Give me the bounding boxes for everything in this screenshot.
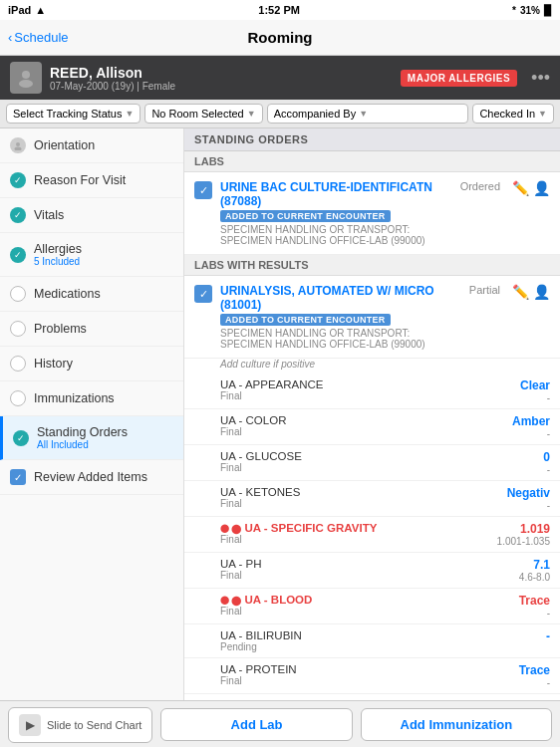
result-value: Trace: [470, 663, 550, 677]
table-row: UA - PROTEINFinalTrace-: [184, 658, 560, 694]
more-button[interactable]: •••: [531, 68, 550, 89]
table-row: UA - PHFinal7.14.6-8.0: [184, 553, 560, 589]
result-name: UA - APPEARANCE: [220, 378, 470, 390]
person-icon-urinalysis[interactable]: 👤: [533, 284, 550, 300]
result-status: Final: [220, 675, 470, 686]
checked-in-dropdown[interactable]: Checked In ▼: [472, 104, 554, 124]
back-label: Schedule: [14, 30, 68, 45]
sidebar-item-problems[interactable]: Problems: [0, 312, 183, 347]
result-name: UA - PH: [220, 558, 470, 570]
back-button[interactable]: ‹ Schedule: [8, 30, 69, 45]
sidebar-item-history[interactable]: History: [0, 347, 183, 381]
reason-label: Reason For Visit: [34, 173, 126, 187]
tracking-status-chevron: ▼: [125, 109, 134, 119]
sidebar-item-allergies[interactable]: ✓ Allergies 5 Included: [0, 233, 183, 277]
table-row: UA - APPEARANCEFinalClear-: [184, 374, 560, 409]
lab-content-urinalysis: URINALYSIS, AUTOMATED W/ MICRO (81001) A…: [220, 284, 453, 350]
checked-in-label: Checked In: [479, 108, 535, 120]
svg-point-0: [22, 71, 30, 79]
result-name: UA - GLUCOSE: [220, 450, 470, 462]
send-chart-button[interactable]: ▶ Slide to Send Chart: [8, 707, 152, 743]
lab-order-urinalysis: ✓ URINALYSIS, AUTOMATED W/ MICRO (81001)…: [184, 276, 560, 359]
problems-icon: [10, 321, 26, 337]
sidebar-item-reason[interactable]: ✓ Reason For Visit: [0, 163, 183, 198]
add-immunization-button[interactable]: Add Immunization: [361, 708, 552, 741]
ipad-label: iPad: [8, 4, 31, 16]
back-chevron-icon: ‹: [8, 30, 12, 45]
table-row: UA - COLORFinalAmber-: [184, 409, 560, 445]
tracking-bar: Select Tracking Status ▼ No Room Selecte…: [0, 100, 560, 128]
person-icon-urine-bac[interactable]: 👤: [533, 180, 550, 196]
sidebar-item-standing-orders[interactable]: ✓ Standing Orders All Included: [0, 416, 183, 460]
add-lab-button[interactable]: Add Lab: [160, 708, 352, 741]
table-row: ⬤ UA - SPECIFIC GRAVITYFinal1.0191.001-1…: [184, 517, 560, 553]
vitals-icon: ✓: [10, 207, 26, 223]
result-status: Final: [220, 570, 470, 581]
table-row: UA - KETONESFinalNegativ-: [184, 481, 560, 517]
sidebar-item-orientation[interactable]: Orientation: [0, 128, 183, 163]
bottom-bar: ▶ Slide to Send Chart Add Lab Add Immuni…: [0, 700, 560, 747]
allergies-label: Allergies: [34, 242, 82, 256]
patient-dob: 07-May-2000 (19y) | Female: [50, 81, 175, 92]
sidebar-item-immunizations[interactable]: Immunizations: [0, 381, 183, 416]
patient-info: REED, Allison 07-May-2000 (19y) | Female: [10, 62, 175, 94]
allergies-sub-label: 5 Included: [34, 256, 82, 267]
result-status: Final: [220, 498, 470, 509]
lab-added-badge-urine-bac: ADDED TO CURRENT ENCOUNTER: [220, 210, 391, 222]
patient-details: REED, Allison 07-May-2000 (19y) | Female: [50, 65, 175, 92]
content-area: STANDING ORDERS LABS ✓ URINE BAC CULTURE…: [184, 128, 560, 700]
result-value: Amber: [470, 414, 550, 428]
result-status: Final: [220, 390, 470, 401]
result-range: -: [470, 428, 550, 439]
wifi-icon: ▲: [35, 4, 46, 16]
sidebar-item-medications[interactable]: Medications: [0, 277, 183, 312]
result-range: -: [470, 392, 550, 403]
standing-orders-header: STANDING ORDERS: [184, 128, 560, 151]
sidebar: Orientation ✓ Reason For Visit ✓ Vitals …: [0, 128, 184, 700]
table-row: ⬤ UA - BLOODFinalTrace-: [184, 589, 560, 624]
result-value: Negativ: [470, 699, 550, 700]
avatar: [10, 62, 42, 94]
lab-checkbox-urinalysis[interactable]: ✓: [194, 285, 212, 303]
lab-checkbox-urine-bac[interactable]: ✓: [194, 181, 212, 199]
nav-title: Rooming: [248, 29, 313, 46]
standing-orders-stack: Standing Orders All Included: [37, 425, 128, 450]
problems-label: Problems: [34, 322, 87, 336]
lab-order-urine-bac: ✓ URINE BAC CULTURE-IDENTIFICATN (87088)…: [184, 172, 560, 255]
result-range: -: [470, 500, 550, 511]
labs-header: LABS: [184, 151, 560, 172]
standing-orders-label: Standing Orders: [37, 425, 128, 439]
table-row: UA - BILIRUBINPending-: [184, 624, 560, 658]
result-status: Final: [220, 534, 470, 545]
lab-added-badge-urinalysis: ADDED TO CURRENT ENCOUNTER: [220, 314, 391, 326]
result-value: Clear: [470, 378, 550, 392]
immunizations-label: Immunizations: [34, 391, 115, 405]
room-chevron: ▼: [247, 109, 256, 119]
sidebar-item-vitals[interactable]: ✓ Vitals: [0, 198, 183, 233]
lab-status-urine-bac: Ordered: [452, 180, 500, 192]
result-range: -: [470, 677, 550, 688]
status-bar: iPad ▲ 1:52 PM * 31% ▉: [0, 0, 560, 20]
accompanied-by-dropdown[interactable]: Accompanied By ▼: [267, 104, 469, 124]
table-row: UA - NITRITEFinalNegativ-: [184, 694, 560, 700]
room-dropdown[interactable]: No Room Selected ▼: [144, 104, 262, 124]
lab-status-urinalysis: Partial: [461, 284, 500, 296]
lab-specimen-urine-bac: SPECIMEN HANDLING OR TRANSPORT: SPECIMEN…: [220, 224, 444, 246]
result-range: -: [470, 464, 550, 475]
send-chart-label: Slide to Send Chart: [47, 719, 141, 731]
status-right: * 31% ▉: [512, 5, 552, 16]
allergy-badge[interactable]: MAJOR ALLERGIES: [401, 70, 517, 87]
lab-specimen-urinalysis: SPECIMEN HANDLING OR TRANSPORT: SPECIMEN…: [220, 328, 453, 350]
room-label: No Room Selected: [151, 108, 243, 120]
edit-icon-urinalysis[interactable]: ✏️: [512, 284, 529, 300]
tracking-status-dropdown[interactable]: Select Tracking Status ▼: [6, 104, 140, 124]
result-name: ⬤ UA - SPECIFIC GRAVITY: [220, 522, 470, 534]
result-status: Final: [220, 606, 470, 617]
edit-icon-urine-bac[interactable]: ✏️: [512, 180, 529, 196]
sidebar-item-review[interactable]: ✓ Review Added Items: [0, 460, 183, 495]
result-name: UA - KETONES: [220, 486, 470, 498]
history-label: History: [34, 357, 73, 371]
lab-name-urinalysis: URINALYSIS, AUTOMATED W/ MICRO (81001): [220, 284, 453, 312]
lab-icons-urinalysis: ✏️ 👤: [512, 284, 550, 300]
history-icon: [10, 356, 26, 372]
